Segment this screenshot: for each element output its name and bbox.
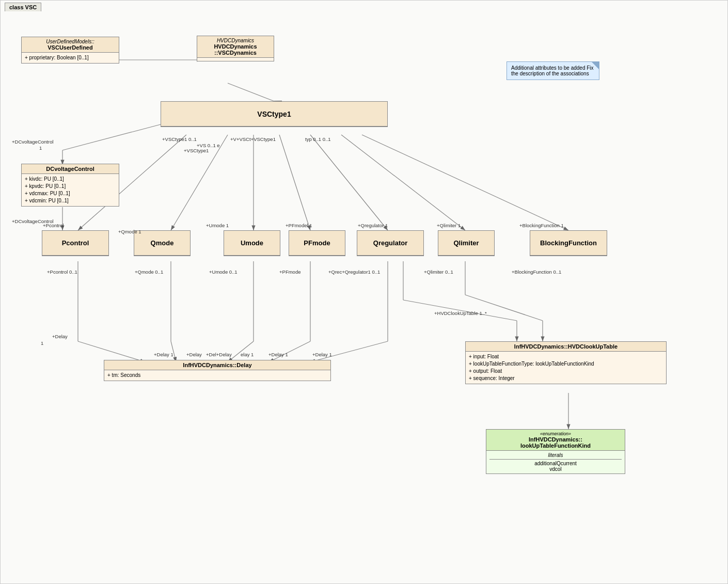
class-vsctype1-header: VSCtype1 <box>161 102 387 127</box>
enum-name: InfHVDCDynamics::lookUpTableFunctionKind <box>489 436 622 449</box>
class-enumeration: «enumeration» InfHVDCDynamics::lookUpTab… <box>486 429 625 474</box>
note-box: Additional attributes to be added Fix th… <box>507 61 599 80</box>
class-dc-body: + kivdc: PU [0..1] + kpvdc: PU [0..1] + … <box>22 174 119 206</box>
label-qregulator-top: +Qregulator 1 <box>358 223 388 228</box>
diagram-arrows <box>1 1 728 584</box>
svg-line-9 <box>279 135 310 230</box>
class-qregulator-header: Qregulator <box>357 231 423 256</box>
class-enum-header: «enumeration» InfHVDCDynamics::lookUpTab… <box>486 430 625 451</box>
class-lookup-table: InfHVDCDynamics::HVDClookUpTable + input… <box>465 341 667 384</box>
enum-stereotype: «enumeration» <box>489 431 622 436</box>
label-blocking-top: +BlockingFunction 1 <box>519 223 564 228</box>
class-user-defined-package: UserDefinedModels:: <box>25 39 116 44</box>
attr-vdcmin: + vdcmin: PU [0..1] <box>25 197 116 204</box>
class-vsctype1: VSCtype1 <box>161 101 388 127</box>
class-qregulator-name: Qregulator <box>373 239 407 247</box>
enum-literals-label: literals <box>489 452 622 458</box>
class-pcontrol-name: Pcontrol <box>62 239 89 247</box>
label-qmode-1: +Qmode 0..1 <box>135 269 163 275</box>
label-pcontrol-top: +Pcontrol <box>43 223 64 228</box>
svg-line-11 <box>341 135 465 230</box>
label-delay-2: +Delay 1 <box>154 352 173 357</box>
class-qlimiter-header: Qlimiter <box>438 231 494 256</box>
class-qlimiter: Qlimiter <box>438 230 495 256</box>
label-qreg-bot: +Qrec+Qregulator1 0..1 <box>328 269 380 275</box>
class-qlimiter-name: Qlimiter <box>453 239 479 247</box>
attr-kivdc: + kivdc: PU [0..1] <box>25 176 116 183</box>
class-delay-body: + tm: Seconds <box>104 370 330 381</box>
class-user-defined-name: VSCUserDefined <box>25 44 116 51</box>
class-user-defined-header: UserDefinedModels:: VSCUserDefined <box>22 37 119 53</box>
class-umode-name: Umode <box>241 239 263 247</box>
label-qlimiter-top: +Qlimiter 1 <box>437 223 461 228</box>
label-pfmode-bot: +PFmode <box>279 269 300 275</box>
class-blocking-name: BlockingFunction <box>540 239 597 247</box>
class-hvdc-package: HVDCDynamics <box>200 38 271 43</box>
label-delay-1b: 1 <box>41 340 43 346</box>
label-v-plus: +V+VSCt+VSCtype1 <box>230 136 276 142</box>
class-qmode: Qmode <box>134 230 191 256</box>
label-pcontrol-1: +Qmode 1 <box>118 229 141 234</box>
class-lookup-header: InfHVDCDynamics::HVDClookUpTable <box>466 342 666 352</box>
svg-line-25 <box>465 295 543 321</box>
svg-line-10 <box>310 135 388 230</box>
label-hvdc-lookup: +HVDClookUpTable 1..* <box>434 310 487 316</box>
class-blocking-header: BlockingFunction <box>530 231 607 256</box>
label-delay-6: +Delay 1 <box>268 352 288 357</box>
class-umode-header: Umode <box>224 231 280 256</box>
class-delay-header: InfHVDCDynamics::Delay <box>104 360 330 370</box>
attr-proprietary: + proprietary: Boolean [0..1] <box>25 54 116 61</box>
label-delay-7: +Delay 1 <box>312 352 332 357</box>
attr-lookup-type: + lookUpTableFunctionType: lookUpTableFu… <box>469 360 663 368</box>
label-umode-top: +Umode 1 <box>206 223 229 228</box>
label-delay-1: +Delay <box>52 334 68 339</box>
label-vsc-type1-2: +VSCtype1 <box>184 148 209 153</box>
tab-label: class VSC <box>5 3 41 11</box>
class-pfmode: PFmode <box>289 230 345 256</box>
label-umode-bot: +Umode 0..1 <box>209 269 238 275</box>
svg-line-15 <box>78 341 145 362</box>
class-delay-name: InfHVDCDynamics::Delay <box>183 362 251 368</box>
attr-tm: + tm: Seconds <box>107 372 327 379</box>
svg-line-4 <box>62 124 161 150</box>
attr-vdcmax: + vdcmax: PU [0..1] <box>25 190 116 197</box>
class-pcontrol-header: Pcontrol <box>42 231 108 256</box>
label-delay-5: elay 1 <box>241 352 254 357</box>
label-vsc-type1-1: +VSCtype1 0..1 <box>162 136 197 142</box>
class-vsctype1-name: VSCtype1 <box>257 110 291 118</box>
class-qmode-name: Qmode <box>151 239 174 247</box>
class-delay: InfHVDCDynamics::Delay + tm: Seconds <box>104 360 331 381</box>
class-qmode-header: Qmode <box>134 231 190 256</box>
class-enum-body: literals additionalQcurrent vdcol <box>486 451 625 473</box>
class-user-defined-body: + proprietary: Boolean [0..1] <box>22 53 119 63</box>
class-dc-name: DCvoltageControl <box>46 166 94 172</box>
enum-divider <box>489 459 622 460</box>
class-pfmode-name: PFmode <box>304 239 330 247</box>
class-umode: Umode <box>224 230 280 256</box>
class-qregulator: Qregulator <box>357 230 424 256</box>
svg-line-12 <box>362 135 568 230</box>
enum-literal-1: additionalQcurrent <box>489 461 622 466</box>
class-hvdc-dynamics: HVDCDynamics HVDCDynamics::VSCDynamics <box>197 36 274 61</box>
class-hvdc-header: HVDCDynamics HVDCDynamics::VSCDynamics <box>197 36 274 58</box>
class-dc-header: DCvoltageControl <box>22 164 119 174</box>
class-user-defined: UserDefinedModels:: VSCUserDefined + pro… <box>21 37 119 64</box>
label-dc-voltage-1: +DCvoltageControl <box>12 139 54 145</box>
class-lookup-body: + input: Float + lookUpTableFunctionType… <box>466 352 666 384</box>
note-text: Additional attributes to be added Fix th… <box>511 65 594 76</box>
attr-sequence: + sequence: Integer <box>469 375 663 382</box>
label-typ-1: typ 0..1 0..1 <box>305 136 331 142</box>
label-pcontrol-bot: +Pcontrol 0..1 <box>47 269 77 275</box>
class-lookup-name: InfHVDCDynamics::HVDClookUpTable <box>514 343 618 350</box>
label-delay-4: +Del+Delay <box>206 352 232 357</box>
class-pcontrol: Pcontrol <box>42 230 109 256</box>
label-dc-voltage-2: 1 <box>39 145 42 151</box>
class-pfmode-header: PFmode <box>289 231 345 256</box>
attr-input: + input: Float <box>469 353 663 360</box>
enum-literal-2: vdcol <box>489 466 622 472</box>
label-pfmode-top: +PFmodel 1 <box>286 223 312 228</box>
label-delay-3: +Delay <box>186 352 202 357</box>
class-hvdc-name: HVDCDynamics::VSCDynamics <box>200 43 271 56</box>
class-dc-voltage-control: DCvoltageControl + kivdc: PU [0..1] + kp… <box>21 164 119 207</box>
attr-kpvdc: + kpvdc: PU [0..1] <box>25 183 116 190</box>
